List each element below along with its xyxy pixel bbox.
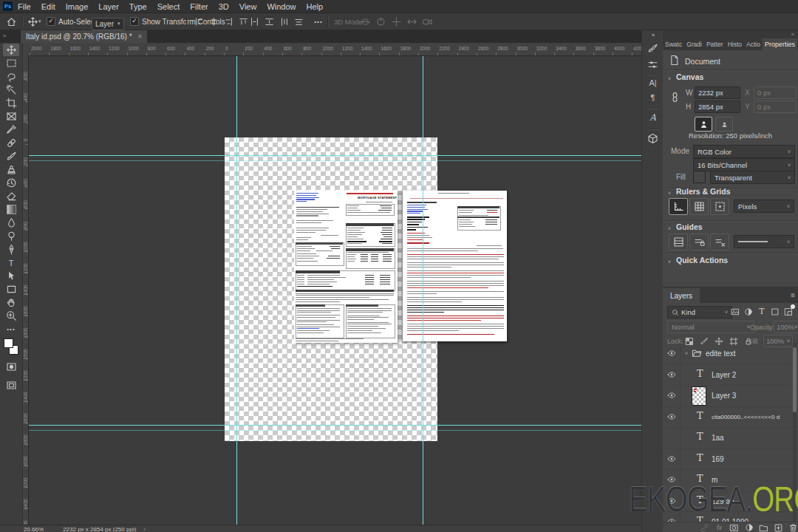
quick-mask-icon[interactable] — [3, 361, 19, 373]
color-swatches[interactable] — [4, 338, 18, 355]
marquee-tool[interactable] — [3, 57, 19, 69]
distribute-widths-icon[interactable] — [279, 16, 290, 27]
3d-camera-icon[interactable] — [422, 16, 433, 27]
filter-toggle-dot[interactable] — [791, 304, 795, 309]
3d-pan-icon[interactable] — [391, 16, 402, 27]
filter-adjustment-layers-icon[interactable] — [743, 306, 754, 317]
layers-menu-icon[interactable]: ≡ — [791, 291, 795, 299]
rulers-grids-header[interactable]: Rulers & Grids — [676, 187, 731, 196]
guide-horizontal-top[interactable] — [28, 155, 641, 156]
layer-visibility-eye-icon[interactable] — [663, 343, 681, 364]
tab-patter[interactable]: Patter — [704, 38, 726, 50]
layer-name[interactable]: Layer 2 — [712, 371, 736, 379]
layer-filter-select[interactable]: Kind˅ — [667, 306, 732, 318]
frame-tool[interactable] — [3, 110, 19, 123]
dodge-tool[interactable] — [3, 230, 19, 242]
quick-actions-chevron[interactable]: ˅ — [668, 259, 671, 265]
menu-item-view[interactable]: View — [234, 1, 262, 13]
filter-type-layers-icon[interactable]: T — [756, 306, 768, 317]
filter-shape-layers-icon[interactable] — [769, 306, 781, 317]
guides-chevron[interactable]: ˅ — [668, 226, 671, 231]
glyphs-panel-icon[interactable]: A — [642, 112, 664, 123]
canvas-section-chevron[interactable]: ˅ — [668, 76, 671, 81]
link-dimensions-icon[interactable] — [669, 92, 681, 106]
lock-guides-button[interactable] — [689, 233, 709, 250]
distribute-vertical-icon[interactable] — [264, 16, 275, 27]
history-brush-tool[interactable] — [3, 177, 19, 189]
layer-row-1[interactable]: TLayer 2 — [663, 364, 798, 386]
clear-guides-button[interactable] — [710, 233, 729, 250]
tab-properties[interactable]: Properties — [763, 38, 797, 50]
units-select[interactable]: Pixels˅ — [734, 200, 794, 213]
pen-tool[interactable] — [3, 243, 19, 256]
layer-name[interactable]: Layer 3 — [712, 392, 736, 400]
brushes-panel-icon[interactable] — [642, 59, 664, 73]
gradient-tool[interactable] — [3, 203, 19, 216]
width-field[interactable]: 2232 px — [695, 86, 740, 99]
orientation-landscape-button[interactable] — [715, 117, 733, 132]
align-right-icon[interactable] — [223, 16, 234, 27]
fill-select[interactable]: Transparent˅ — [710, 171, 795, 184]
orientation-portrait-button[interactable] — [695, 117, 712, 132]
edit-toolbar-icon[interactable]: ••• — [3, 323, 19, 335]
screen-mode-icon[interactable] — [3, 379, 19, 392]
status-chevron-icon[interactable]: › — [143, 526, 146, 532]
guide-style-select[interactable]: ˅ — [734, 235, 794, 248]
adjustment-layer-icon[interactable] — [744, 523, 754, 532]
guides-header[interactable]: Guides — [676, 222, 703, 231]
menu-item-type[interactable]: Type — [124, 1, 152, 13]
eraser-tool[interactable] — [3, 190, 19, 202]
zoom-level[interactable]: 20.66% — [24, 526, 44, 532]
crop-tool[interactable] — [3, 97, 19, 109]
close-icon[interactable]: × — [138, 33, 143, 41]
mode-select[interactable]: RGB Color˅ — [693, 145, 795, 158]
layer-name[interactable]: edite text — [706, 349, 736, 358]
layers-scrollbar-thumb[interactable] — [793, 347, 797, 412]
show-transform-checkbox[interactable]: ✓ — [130, 17, 139, 26]
move-tool[interactable] — [3, 44, 19, 56]
3d-orbit-icon[interactable] — [360, 16, 371, 27]
3d-roll-icon[interactable] — [375, 16, 386, 27]
guide-horizontal-bottom-2[interactable] — [28, 430, 641, 431]
group-expand-chevron[interactable]: ˅ — [685, 351, 688, 356]
delete-layer-icon[interactable] — [788, 523, 798, 532]
toggle-grid-button[interactable] — [689, 198, 709, 215]
shape-tool[interactable] — [3, 283, 19, 296]
toggle-rulers-button[interactable] — [669, 198, 688, 215]
layer-row-4[interactable]: T1aa — [663, 427, 798, 449]
menu-item-select[interactable]: Select — [152, 1, 185, 13]
layer-visibility-eye-icon[interactable] — [663, 406, 681, 428]
collapse-panels-icon[interactable]: » — [642, 32, 664, 38]
align-top-icon[interactable] — [238, 16, 249, 27]
menu-item-layer[interactable]: Layer — [93, 1, 124, 13]
clone-stamp-tool[interactable] — [3, 163, 19, 176]
quick-actions-header[interactable]: Quick Actions — [676, 256, 728, 265]
new-group-icon[interactable] — [759, 523, 768, 532]
layer-row-5[interactable]: T169 — [663, 449, 798, 471]
layer-row-0[interactable]: ˅edite text — [663, 343, 798, 365]
rulers-grids-chevron[interactable]: ˅ — [668, 191, 671, 196]
distribute-horizontal-icon[interactable] — [249, 16, 260, 27]
layer-visibility-eye-icon[interactable] — [663, 364, 681, 386]
menu-item-file[interactable]: File — [13, 1, 36, 13]
auto-select-checkbox[interactable]: ✓ — [47, 17, 55, 26]
layer-name[interactable]: 169 — [712, 455, 724, 463]
healing-brush-tool[interactable] — [3, 137, 19, 149]
guide-vertical-left[interactable] — [236, 55, 237, 525]
layer-visibility-eye-icon[interactable] — [663, 449, 681, 470]
bit-depth-select[interactable]: 16 Bits/Channel˅ — [693, 158, 795, 171]
layer-thumbnail[interactable] — [692, 386, 706, 406]
letter-page-thumbnail[interactable] — [403, 191, 507, 341]
height-field[interactable]: 2854 px — [695, 100, 740, 113]
foreground-color-swatch[interactable] — [4, 338, 13, 348]
tab-layers[interactable]: Layers — [663, 288, 700, 303]
layer-visibility-eye-icon[interactable] — [663, 385, 681, 406]
link-layers-icon[interactable] — [700, 523, 709, 532]
guide-vertical-right[interactable] — [423, 55, 423, 525]
toggle-guides-button[interactable] — [669, 233, 688, 250]
lasso-tool[interactable] — [3, 70, 19, 83]
layer-effects-icon[interactable]: fx — [715, 523, 724, 532]
vertical-ruler[interactable]: 6004002000200400600800100012001400160018… — [22, 55, 29, 525]
layer-mask-icon[interactable] — [729, 523, 739, 532]
quick-selection-tool[interactable] — [3, 83, 19, 96]
